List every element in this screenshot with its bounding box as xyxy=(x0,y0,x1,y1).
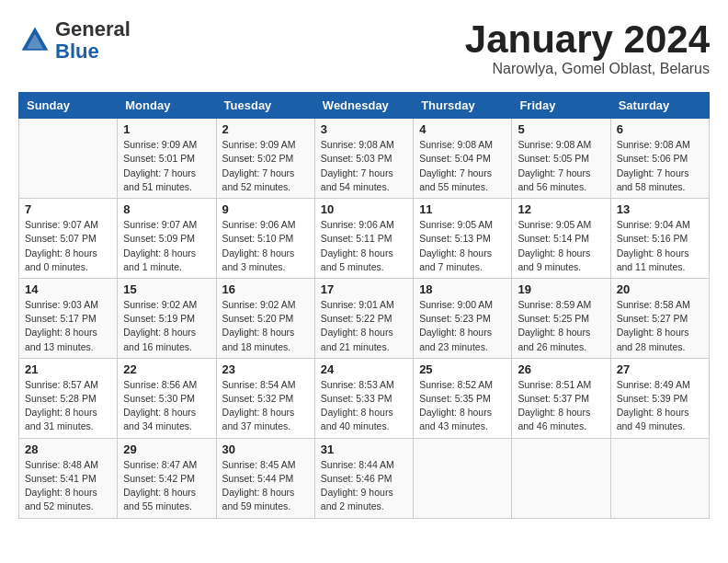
month-title: January 2024 xyxy=(465,18,710,61)
day-info: Sunrise: 8:44 AM Sunset: 5:46 PM Dayligh… xyxy=(321,458,407,514)
day-info: Sunrise: 9:08 AM Sunset: 5:04 PM Dayligh… xyxy=(419,138,506,194)
day-info: Sunrise: 9:05 AM Sunset: 5:14 PM Dayligh… xyxy=(518,218,604,274)
calendar-cell: 8Sunrise: 9:07 AM Sunset: 5:09 PM Daylig… xyxy=(118,199,216,279)
day-info: Sunrise: 9:05 AM Sunset: 5:13 PM Dayligh… xyxy=(419,218,506,274)
calendar-cell: 13Sunrise: 9:04 AM Sunset: 5:16 PM Dayli… xyxy=(610,199,709,279)
day-number: 13 xyxy=(617,202,703,216)
header-row: SundayMondayTuesdayWednesdayThursdayFrid… xyxy=(19,93,710,119)
day-number: 16 xyxy=(222,282,309,296)
day-info: Sunrise: 9:01 AM Sunset: 5:22 PM Dayligh… xyxy=(321,298,407,354)
calendar-table: SundayMondayTuesdayWednesdayThursdayFrid… xyxy=(18,92,710,518)
day-info: Sunrise: 8:45 AM Sunset: 5:44 PM Dayligh… xyxy=(222,458,309,514)
calendar-cell: 7Sunrise: 9:07 AM Sunset: 5:07 PM Daylig… xyxy=(19,199,118,279)
week-row-2: 7Sunrise: 9:07 AM Sunset: 5:07 PM Daylig… xyxy=(19,199,710,279)
day-number: 14 xyxy=(25,282,111,296)
calendar-cell: 3Sunrise: 9:08 AM Sunset: 5:03 PM Daylig… xyxy=(314,119,413,199)
day-number: 18 xyxy=(419,282,506,296)
title-block: January 2024 Narowlya, Gomel Oblast, Bel… xyxy=(465,18,710,77)
day-info: Sunrise: 8:48 AM Sunset: 5:41 PM Dayligh… xyxy=(25,458,111,514)
day-number: 20 xyxy=(617,282,703,296)
week-row-1: 1Sunrise: 9:09 AM Sunset: 5:01 PM Daylig… xyxy=(19,119,710,199)
calendar-cell: 11Sunrise: 9:05 AM Sunset: 5:13 PM Dayli… xyxy=(414,199,512,279)
calendar-cell: 5Sunrise: 9:08 AM Sunset: 5:05 PM Daylig… xyxy=(512,119,610,199)
calendar-cell: 22Sunrise: 8:56 AM Sunset: 5:30 PM Dayli… xyxy=(118,358,216,438)
calendar-cell: 10Sunrise: 9:06 AM Sunset: 5:11 PM Dayli… xyxy=(314,199,413,279)
day-number: 22 xyxy=(123,362,210,376)
logo: General Blue xyxy=(18,18,131,63)
calendar-cell: 23Sunrise: 8:54 AM Sunset: 5:32 PM Dayli… xyxy=(216,358,314,438)
day-number: 15 xyxy=(123,282,210,296)
calendar-cell: 17Sunrise: 9:01 AM Sunset: 5:22 PM Dayli… xyxy=(314,278,413,358)
day-number: 29 xyxy=(123,442,210,456)
day-number: 17 xyxy=(321,282,407,296)
header-day-sunday: Sunday xyxy=(19,93,118,119)
week-row-5: 28Sunrise: 8:48 AM Sunset: 5:41 PM Dayli… xyxy=(19,438,710,518)
calendar-cell: 29Sunrise: 8:47 AM Sunset: 5:42 PM Dayli… xyxy=(118,438,216,518)
day-number: 27 xyxy=(617,362,703,376)
day-number: 10 xyxy=(321,202,407,216)
day-info: Sunrise: 9:09 AM Sunset: 5:02 PM Dayligh… xyxy=(222,138,309,194)
calendar-cell: 20Sunrise: 8:58 AM Sunset: 5:27 PM Dayli… xyxy=(610,278,709,358)
day-number: 21 xyxy=(25,362,111,376)
day-number: 2 xyxy=(222,122,309,136)
day-number: 6 xyxy=(617,122,703,136)
day-info: Sunrise: 9:08 AM Sunset: 5:03 PM Dayligh… xyxy=(321,138,407,194)
calendar-cell: 16Sunrise: 9:02 AM Sunset: 5:20 PM Dayli… xyxy=(216,278,314,358)
calendar-cell: 25Sunrise: 8:52 AM Sunset: 5:35 PM Dayli… xyxy=(414,358,512,438)
week-row-3: 14Sunrise: 9:03 AM Sunset: 5:17 PM Dayli… xyxy=(19,278,710,358)
day-info: Sunrise: 8:59 AM Sunset: 5:25 PM Dayligh… xyxy=(518,298,604,354)
day-info: Sunrise: 9:02 AM Sunset: 5:19 PM Dayligh… xyxy=(123,298,210,354)
calendar-cell: 14Sunrise: 9:03 AM Sunset: 5:17 PM Dayli… xyxy=(19,278,118,358)
calendar-cell xyxy=(610,438,709,518)
day-number: 31 xyxy=(321,442,407,456)
logo-blue-text: Blue xyxy=(55,40,99,63)
calendar-cell: 28Sunrise: 8:48 AM Sunset: 5:41 PM Dayli… xyxy=(19,438,118,518)
calendar-cell: 9Sunrise: 9:06 AM Sunset: 5:10 PM Daylig… xyxy=(216,199,314,279)
calendar-cell xyxy=(512,438,610,518)
day-info: Sunrise: 9:07 AM Sunset: 5:07 PM Dayligh… xyxy=(25,218,111,274)
calendar-cell: 24Sunrise: 8:53 AM Sunset: 5:33 PM Dayli… xyxy=(314,358,413,438)
day-info: Sunrise: 9:07 AM Sunset: 5:09 PM Dayligh… xyxy=(123,218,210,274)
day-info: Sunrise: 9:04 AM Sunset: 5:16 PM Dayligh… xyxy=(617,218,703,274)
calendar-cell xyxy=(19,119,118,199)
day-number: 7 xyxy=(25,202,111,216)
day-number: 26 xyxy=(518,362,604,376)
day-info: Sunrise: 9:09 AM Sunset: 5:01 PM Dayligh… xyxy=(123,138,210,194)
header-day-thursday: Thursday xyxy=(414,93,512,119)
header-day-saturday: Saturday xyxy=(610,93,709,119)
calendar-cell: 1Sunrise: 9:09 AM Sunset: 5:01 PM Daylig… xyxy=(118,119,216,199)
header-day-friday: Friday xyxy=(512,93,610,119)
day-number: 25 xyxy=(419,362,506,376)
calendar-header: SundayMondayTuesdayWednesdayThursdayFrid… xyxy=(19,93,710,119)
calendar-cell: 27Sunrise: 8:49 AM Sunset: 5:39 PM Dayli… xyxy=(610,358,709,438)
day-info: Sunrise: 8:52 AM Sunset: 5:35 PM Dayligh… xyxy=(419,378,506,434)
day-info: Sunrise: 8:57 AM Sunset: 5:28 PM Dayligh… xyxy=(25,378,111,434)
day-info: Sunrise: 9:06 AM Sunset: 5:11 PM Dayligh… xyxy=(321,218,407,274)
calendar-cell: 4Sunrise: 9:08 AM Sunset: 5:04 PM Daylig… xyxy=(414,119,512,199)
header-day-monday: Monday xyxy=(118,93,216,119)
calendar-cell xyxy=(414,438,512,518)
header-day-tuesday: Tuesday xyxy=(216,93,314,119)
calendar-cell: 6Sunrise: 9:08 AM Sunset: 5:06 PM Daylig… xyxy=(610,119,709,199)
day-number: 11 xyxy=(419,202,506,216)
day-info: Sunrise: 8:47 AM Sunset: 5:42 PM Dayligh… xyxy=(123,458,210,514)
day-number: 4 xyxy=(419,122,506,136)
day-info: Sunrise: 8:56 AM Sunset: 5:30 PM Dayligh… xyxy=(123,378,210,434)
calendar-cell: 2Sunrise: 9:09 AM Sunset: 5:02 PM Daylig… xyxy=(216,119,314,199)
day-info: Sunrise: 9:06 AM Sunset: 5:10 PM Dayligh… xyxy=(222,218,309,274)
logo-general-text: General xyxy=(55,17,131,40)
day-number: 12 xyxy=(518,202,604,216)
day-info: Sunrise: 9:00 AM Sunset: 5:23 PM Dayligh… xyxy=(419,298,506,354)
day-number: 8 xyxy=(123,202,210,216)
day-info: Sunrise: 9:08 AM Sunset: 5:05 PM Dayligh… xyxy=(518,138,604,194)
calendar-cell: 21Sunrise: 8:57 AM Sunset: 5:28 PM Dayli… xyxy=(19,358,118,438)
calendar-cell: 19Sunrise: 8:59 AM Sunset: 5:25 PM Dayli… xyxy=(512,278,610,358)
day-info: Sunrise: 9:02 AM Sunset: 5:20 PM Dayligh… xyxy=(222,298,309,354)
day-number: 9 xyxy=(222,202,309,216)
calendar-body: 1Sunrise: 9:09 AM Sunset: 5:01 PM Daylig… xyxy=(19,119,710,518)
day-number: 23 xyxy=(222,362,309,376)
calendar-cell: 26Sunrise: 8:51 AM Sunset: 5:37 PM Dayli… xyxy=(512,358,610,438)
logo-icon xyxy=(18,24,51,57)
calendar-cell: 18Sunrise: 9:00 AM Sunset: 5:23 PM Dayli… xyxy=(414,278,512,358)
day-number: 5 xyxy=(518,122,604,136)
